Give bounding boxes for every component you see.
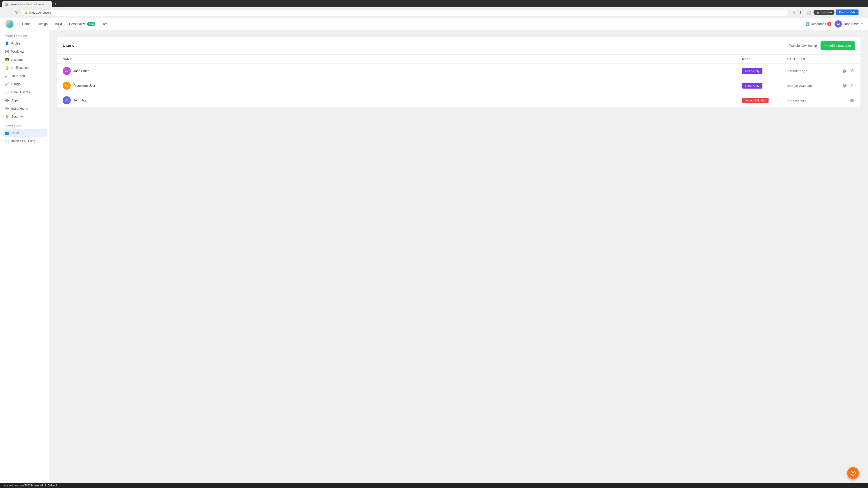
nav-design[interactable]: Design — [35, 20, 51, 28]
role-badge: Read-Only — [742, 68, 763, 74]
active-tab[interactable]: Team > John Smith > Litmus ✕ — [2, 1, 52, 7]
user-role-cell: Account Holder — [742, 98, 787, 103]
resources-label: Resources — [811, 22, 826, 26]
user-initials: JJ — [837, 22, 839, 26]
sidebar-item-account[interactable]: 🧑 Account — [3, 56, 47, 64]
svg-point-7 — [5, 100, 8, 101]
sidebar-account-label: Account — [11, 58, 23, 61]
sidebar-apps-label: Apps — [11, 98, 19, 102]
user-role-cell: Read-Only — [742, 83, 787, 89]
sidebar-workflow-label: Workflow — [11, 50, 24, 53]
transfer-ownership-btn[interactable]: Transfer Ownership — [789, 44, 817, 47]
sidebar-item-profile[interactable]: 👤 Profile — [3, 39, 47, 47]
your-account-label: YOUR ACCOUNT — [3, 35, 47, 37]
nav-personalize[interactable]: Personalize New — [66, 20, 98, 28]
address-bar[interactable]: 🔒 litmus.com/users — [21, 9, 789, 16]
forward-btn[interactable]: › — [8, 9, 12, 15]
sidebar-item-team[interactable]: 👥 Team — [3, 129, 47, 137]
user-role-cell: Read-Only — [742, 68, 787, 74]
email-clients-icon: ✉️ — [5, 90, 9, 94]
avatar-initials: FU — [65, 84, 68, 87]
user-menu[interactable]: JJ John Smith ▾ — [835, 20, 863, 28]
browser-tabs: Team > John Smith > Litmus ✕ + — [2, 1, 866, 7]
notifications-icon: 🔔 — [5, 66, 9, 70]
status-bar: https://litmus.com/906324/users/1181588/… — [0, 483, 868, 488]
lock-icon: 🔒 — [25, 11, 28, 14]
row-actions: ⚙️ 🗑 — [837, 68, 855, 74]
settings-btn[interactable]: ⚙️ — [842, 83, 848, 89]
resources-btn[interactable]: ℹ️ Resources 1 — [806, 22, 831, 26]
table-row: FU Freemium User Read-Only over 10 years… — [57, 78, 861, 93]
help-fab[interactable] — [847, 467, 859, 479]
nav-links: Home Design Build Personalize New Test — [19, 20, 806, 28]
user-info: JS John Smith — [63, 67, 742, 75]
info-icon: ℹ️ — [806, 22, 809, 26]
avatar: FU — [63, 82, 71, 90]
add-user-label: Add a new user — [829, 44, 851, 47]
reload-btn[interactable]: ↻ — [14, 9, 20, 15]
usage-icon: 📈 — [5, 82, 9, 86]
address-text: litmus.com/users — [29, 11, 52, 14]
your-team-label: YOUR TEAM — [3, 124, 47, 127]
app-logo[interactable] — [5, 20, 13, 28]
incognito-icon: 🕵️ — [816, 11, 819, 14]
col-actions — [837, 57, 855, 61]
resources-count: 1 — [827, 22, 831, 26]
svg-rect-0 — [5, 50, 7, 51]
team-icon: 👥 — [5, 131, 9, 135]
sidebar-item-email-clients[interactable]: ✉️ Email Clients — [3, 88, 47, 96]
sidebar-item-integrations[interactable]: Integrations — [3, 104, 47, 112]
table-row: JS John Smith Read-Only 2 minutes ago ⚙️… — [57, 64, 861, 78]
sidebar-item-invoices-billing[interactable]: 📄 Invoices & Billing — [3, 137, 47, 145]
invoices-billing-icon: 📄 — [5, 139, 9, 143]
table-header: Name Role Last seen — [57, 55, 861, 64]
download-btn[interactable]: ⬇ — [798, 9, 804, 15]
avatar: JS — [63, 67, 71, 75]
incognito-label: Incognito — [821, 11, 832, 14]
svg-rect-2 — [5, 52, 7, 53]
add-user-btn[interactable]: ＋ Add a new user — [820, 41, 855, 50]
sidebar-security-label: Security — [11, 115, 23, 119]
workflow-icon — [5, 50, 9, 54]
nav-right: ℹ️ Resources 1 JJ John Smith ▾ — [806, 20, 863, 28]
app-wrapper: Home Design Build Personalize New Test ℹ… — [0, 18, 868, 488]
nav-home[interactable]: Home — [19, 20, 34, 28]
tab-close-btn[interactable]: ✕ — [47, 3, 49, 6]
delete-btn[interactable]: 🗑 — [850, 68, 855, 74]
content-area: Users Transfer Ownership ＋ Add a new use… — [50, 30, 868, 488]
browser-menu-btn[interactable]: ⋮ — [860, 9, 866, 16]
new-tab-btn[interactable]: + — [53, 1, 58, 7]
sidebar-item-security[interactable]: 🔒 Security — [3, 112, 47, 121]
tab-manager-btn[interactable]: ⬜ — [805, 9, 812, 15]
back-btn[interactable]: ‹ — [2, 9, 6, 15]
security-icon: 🔒 — [5, 115, 9, 119]
nav-test[interactable]: Test — [99, 20, 112, 28]
tab-title: Team > John Smith > Litmus — [10, 3, 44, 6]
tab-favicon — [5, 3, 8, 6]
status-url: https://litmus.com/906324/users/1181588/… — [3, 484, 57, 487]
user-row-name: Freemium User — [73, 84, 95, 88]
sidebar-item-your-plan[interactable]: Your Plan — [3, 72, 47, 80]
account-icon: 🧑 — [5, 58, 9, 62]
user-chevron-icon: ▾ — [861, 22, 863, 26]
user-info: JJ John Jay — [63, 96, 742, 104]
personalize-new-badge: New — [87, 22, 95, 26]
profile-icon: 👤 — [5, 41, 9, 45]
nav-build[interactable]: Build — [52, 20, 65, 28]
avatar-initials: JS — [65, 70, 68, 72]
row-actions: ⚙️ 🗑 — [837, 83, 855, 89]
sidebar-item-workflow[interactable]: Workflow — [3, 47, 47, 56]
sidebar-item-usage[interactable]: 📈 Usage — [3, 80, 47, 88]
settings-btn[interactable]: ⚙️ — [842, 68, 848, 74]
sidebar-item-notifications[interactable]: 🔔 Notifications — [3, 64, 47, 72]
svg-rect-1 — [7, 50, 8, 51]
svg-rect-3 — [7, 52, 8, 53]
bookmark-btn[interactable]: ☆ — [791, 9, 797, 15]
users-panel: Users Transfer Ownership ＋ Add a new use… — [57, 37, 861, 108]
delete-btn[interactable]: 🗑 — [850, 83, 855, 89]
finish-update-btn[interactable]: Finish update — [836, 9, 859, 15]
settings-btn[interactable]: ⚙️ — [849, 97, 855, 103]
add-user-icon: ＋ — [825, 43, 828, 48]
sidebar-item-apps[interactable]: Apps — [3, 96, 47, 104]
last-seen: over 10 years ago — [787, 84, 837, 88]
